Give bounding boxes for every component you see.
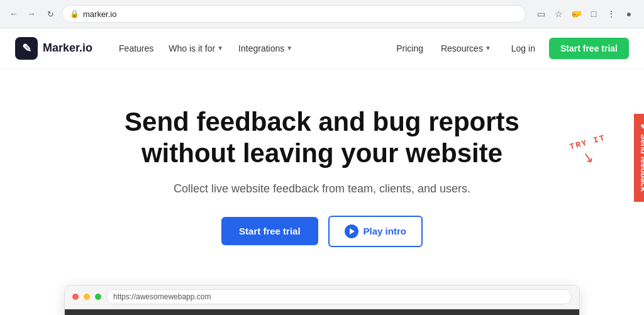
window-maximize-dot [95, 294, 101, 300]
demo-browser: https://awesomewebapp.com [64, 285, 580, 315]
start-free-trial-button[interactable]: Start free trial [549, 38, 629, 59]
hero-subtitle: Collect live website feedback from team,… [174, 182, 470, 196]
nav-left: Features Who is it for ▼ Integrations ▼ [113, 40, 390, 57]
nav-item-features[interactable]: Features [113, 40, 160, 57]
reload-button[interactable]: ↻ [44, 8, 57, 20]
logo-area[interactable]: ✎ Marker.io [15, 37, 92, 60]
nav-item-pricing[interactable]: Pricing [390, 40, 430, 57]
demo-browser-bar: https://awesomewebapp.com [65, 285, 579, 309]
demo-address-bar[interactable]: https://awesomewebapp.com [106, 289, 572, 304]
play-triangle [350, 228, 355, 235]
logo-text: Marker.io [43, 41, 92, 55]
window-minimize-dot [84, 294, 90, 300]
browser-chrome: ← → ↻ 🔒 marker.io ▭ ☆ 🤛 □ ⋮ ● [0, 0, 644, 28]
hero-section: Send feedback and bug reports without le… [0, 69, 644, 272]
star-button[interactable]: ☆ [551, 6, 566, 21]
forward-button[interactable]: → [25, 8, 38, 20]
send-feedback-tab[interactable]: ✎ Send feedback [635, 114, 645, 202]
hero-buttons: Start free trial Play intro [221, 216, 423, 247]
pencil-icon: ✎ [641, 123, 644, 131]
try-it-arrow-icon: ↘ [580, 149, 594, 167]
address-bar[interactable]: 🔒 marker.io [62, 5, 526, 23]
demo-section: https://awesomewebapp.com [0, 272, 644, 315]
url-text: marker.io [83, 9, 116, 19]
back-button[interactable]: ← [8, 8, 20, 20]
chevron-down-icon: ▼ [286, 45, 292, 52]
demo-content [65, 309, 579, 315]
play-icon [345, 224, 358, 238]
extensions-button[interactable]: 🤛 [569, 6, 584, 21]
hero-play-intro-button[interactable]: Play intro [328, 216, 423, 247]
lock-icon: 🔒 [70, 9, 79, 18]
login-button[interactable]: Log in [502, 39, 544, 58]
profile-button[interactable]: ● [621, 6, 636, 21]
browser-actions: ▭ ☆ 🤛 □ ⋮ ● [533, 6, 636, 21]
navbar: ✎ Marker.io Features Who is it for ▼ Int… [0, 28, 644, 69]
try-it-annotation: TRY IT ↘ [569, 138, 606, 166]
nav-item-who-is-it-for[interactable]: Who is it for ▼ [162, 40, 230, 57]
window-close-dot [72, 294, 79, 300]
hero-title: Send feedback and bug reports without le… [125, 106, 519, 170]
menu-dots-button[interactable]: ⋮ [604, 6, 619, 21]
chevron-down-icon: ▼ [217, 45, 223, 52]
nav-item-resources[interactable]: Resources ▼ [435, 40, 497, 57]
hero-start-trial-button[interactable]: Start free trial [221, 217, 318, 245]
chevron-down-icon: ▼ [485, 45, 491, 52]
nav-item-integrations[interactable]: Integrations ▼ [232, 40, 299, 57]
nav-right: Pricing Resources ▼ Log in Start free tr… [390, 38, 629, 59]
logo-icon: ✎ [15, 37, 38, 60]
cast-button[interactable]: ▭ [533, 6, 548, 21]
window-button[interactable]: □ [586, 6, 601, 21]
